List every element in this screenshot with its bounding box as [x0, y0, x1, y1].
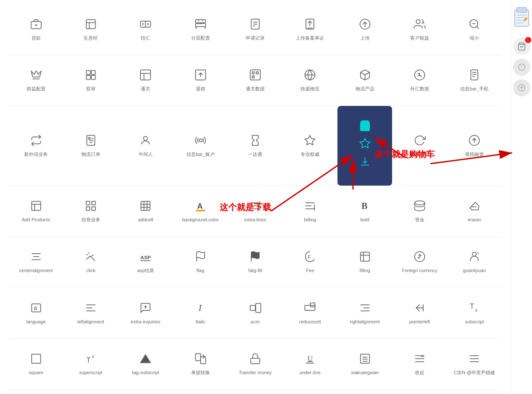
- icon-tuishui2[interactable]: 退税融资: [447, 106, 502, 186]
- icon-centeralign[interactable]: centeralignment: [9, 237, 63, 288]
- icon-language[interactable]: a language: [9, 288, 63, 339]
- icon-billing[interactable]: billing: [283, 186, 337, 237]
- icon-wuliudan[interactable]: 物流订单: [63, 106, 118, 186]
- icon-shangchuan[interactable]: 上传备案单证: [283, 4, 337, 55]
- svg-rect-28: [91, 75, 95, 79]
- icon-zijin[interactable]: 资金: [392, 186, 447, 237]
- icon-subscript[interactable]: Tx subscript: [447, 288, 502, 339]
- icon-zhongjiaren[interactable]: 中间人: [118, 106, 173, 186]
- svg-rect-102: [305, 305, 315, 310]
- svg-text:T: T: [470, 302, 474, 310]
- icon-addcell[interactable]: addcell: [118, 186, 173, 237]
- icon-watermark: C崇N @毕竟尹稳健: [447, 339, 502, 390]
- icon-kuaidi[interactable]: 快递物流: [283, 55, 337, 106]
- svg-text:x: x: [476, 307, 478, 313]
- icon-transfer[interactable]: Transfer money: [228, 339, 282, 390]
- icon-pcm[interactable]: pcm: [228, 288, 282, 339]
- icon-suoxiao[interactable]: 缩小: [447, 4, 502, 55]
- icon-grid: 贷款 生意经 结汇 分层配置 申请记录: [0, 0, 510, 394]
- icon-fee[interactable]: F Fee: [283, 237, 337, 288]
- icon-xinwai[interactable]: 新外综业务: [9, 106, 63, 186]
- icon-underline[interactable]: U under-line: [283, 339, 337, 390]
- sidebar-btn-2[interactable]: [513, 59, 530, 76]
- svg-rect-8: [195, 19, 205, 22]
- sidebar-btn-3[interactable]: [513, 79, 530, 96]
- icon-ziyingye[interactable]: 自营业务: [63, 186, 118, 237]
- svg-rect-25: [86, 71, 90, 74]
- svg-rect-3: [86, 19, 95, 28]
- icon-extralines[interactable]: extra-lines: [228, 186, 282, 237]
- icon-filling[interactable]: filling: [337, 237, 392, 288]
- icon-square[interactable]: square: [9, 339, 63, 390]
- svg-rect-29: [141, 70, 151, 80]
- svg-text:B: B: [361, 201, 367, 211]
- icon-extrainq[interactable]: extra-inquiries: [118, 288, 173, 339]
- icon-asp[interactable]: ASP asp结算: [118, 237, 173, 288]
- svg-line-20: [423, 22, 424, 23]
- svg-rect-130: [517, 7, 527, 12]
- icon-flagfill[interactable]: falg-fill: [228, 237, 282, 288]
- icon-add-products[interactable]: Add Products: [9, 186, 63, 237]
- icon-bgcolor[interactable]: A background-color: [173, 186, 228, 237]
- icon-tagsubscript[interactable]: tag-subscript: [118, 339, 173, 390]
- svg-text:ASP: ASP: [141, 254, 151, 260]
- icon-shenqing[interactable]: 申请记录: [228, 4, 282, 55]
- icon-danduzhuan[interactable]: 单据转换: [173, 339, 228, 390]
- svg-rect-114: [195, 354, 201, 360]
- svg-point-50: [144, 137, 148, 140]
- svg-point-79: [414, 201, 424, 205]
- icon-shouqi[interactable]: 收起: [392, 339, 447, 390]
- icon-foreign[interactable]: Foreign currency: [392, 237, 447, 288]
- cart-badge: 1: [525, 37, 531, 43]
- svg-rect-103: [310, 303, 315, 307]
- svg-rect-36: [256, 72, 258, 74]
- icon-waihui[interactable]: 外汇数据: [392, 55, 447, 106]
- icon-daikuan[interactable]: 贷款: [9, 4, 63, 55]
- icon-xinxi[interactable]: 信息bar_手机: [447, 55, 502, 106]
- icon-xiakuangxian[interactable]: xiakuangxian: [337, 339, 392, 390]
- icon-tongguan2[interactable]: 通关数据: [228, 55, 282, 106]
- svg-point-49: [88, 137, 90, 140]
- icon-flag[interactable]: flag: [173, 237, 228, 288]
- svg-rect-101: [256, 303, 261, 312]
- svg-text:T: T: [86, 356, 90, 364]
- icon-tongguan[interactable]: 通关: [118, 55, 173, 106]
- icon-reducecell[interactable]: reducecell: [283, 288, 337, 339]
- icon-bold[interactable]: B bold: [337, 186, 392, 237]
- svg-rect-69: [196, 210, 205, 212]
- svg-rect-27: [86, 75, 90, 79]
- icon-guanli[interactable]: guanliyuan: [447, 237, 502, 288]
- icon-superscript[interactable]: Tx superscript: [63, 339, 118, 390]
- icon-jiehui[interactable]: 结汇: [118, 4, 173, 55]
- svg-rect-34: [250, 70, 260, 80]
- icon-shengyi[interactable]: 生意经: [63, 4, 118, 55]
- icon-xinxibar[interactable]: 信息bar_账户: [173, 106, 228, 186]
- icon-xuanzhuan[interactable]: 旋转90度: [392, 106, 447, 186]
- svg-marker-113: [141, 354, 151, 363]
- svg-rect-26: [91, 71, 95, 74]
- icon-tuishui[interactable]: 退税: [173, 55, 228, 106]
- icon-italic[interactable]: I Italic: [173, 288, 228, 339]
- svg-rect-35: [252, 72, 254, 74]
- icon-rightalign[interactable]: rightalignment: [337, 288, 392, 339]
- icon-wuliu[interactable]: 物流产品: [337, 55, 392, 106]
- icon-yidatong[interactable]: 一达通: [228, 106, 282, 186]
- icon-click[interactable]: click: [63, 237, 118, 288]
- icon-zhuanye[interactable]: 专业权威: [283, 106, 337, 186]
- icon-pointerleft[interactable]: pointerleft: [392, 288, 447, 339]
- icon-shopping-cart[interactable]: [337, 106, 392, 186]
- sidebar-cart-btn[interactable]: 1: [513, 38, 530, 55]
- svg-line-93: [477, 253, 478, 254]
- icon-leftalign[interactable]: leftalignment: [63, 288, 118, 339]
- icon-quanyi[interactable]: 权益配置: [9, 55, 63, 106]
- icon-fenceng[interactable]: 分层配置: [173, 4, 228, 55]
- svg-point-51: [199, 139, 202, 142]
- svg-rect-61: [92, 207, 95, 211]
- svg-point-19: [416, 19, 420, 23]
- svg-rect-9: [195, 24, 205, 27]
- svg-rect-59: [86, 202, 90, 205]
- icon-eraser[interactable]: eraser: [447, 186, 502, 237]
- icon-upload[interactable]: 上传: [337, 4, 392, 55]
- icon-shuang[interactable]: 双审: [63, 55, 118, 106]
- icon-kehu[interactable]: 客户权益: [392, 4, 447, 55]
